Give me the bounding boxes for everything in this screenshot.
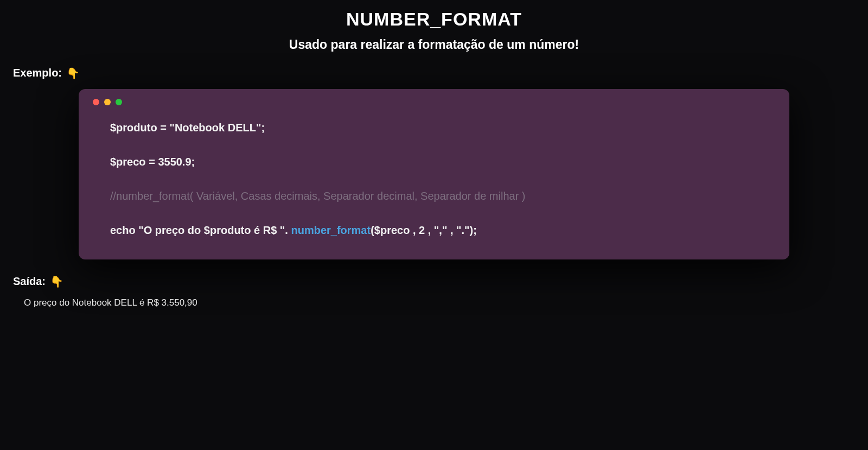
example-label: Exemplo: (13, 67, 62, 79)
code-fn-name: number_format (291, 224, 371, 236)
pointer-down-icon: 👇 (66, 67, 80, 80)
output-text: O preço do Notebook DELL é R$ 3.550,90 (0, 297, 868, 308)
code-body: $produto = "Notebook DELL"; $preco = 355… (92, 121, 776, 238)
pointer-down-icon: 👇 (50, 275, 63, 288)
code-comment: //number_format( Variável, Casas decimai… (110, 189, 776, 204)
code-echo-line: echo "O preço do $produto é R$ ". number… (110, 223, 776, 238)
code-echo-suffix: ($preco , 2 , "," , "."); (371, 224, 477, 236)
code-line-2: $preco = 3550.9; (110, 155, 776, 169)
window-traffic-lights (93, 99, 776, 105)
code-card: $produto = "Notebook DELL"; $preco = 355… (79, 89, 789, 259)
page-subtitle: Usado para realizar a formatação de um n… (0, 37, 868, 52)
page-title: NUMBER_FORMAT (0, 9, 868, 30)
output-label: Saída: (13, 275, 46, 288)
code-echo-prefix: echo "O preço do $produto é R$ ". (110, 224, 291, 236)
close-icon (93, 99, 99, 105)
maximize-icon (116, 99, 122, 105)
code-line-1: $produto = "Notebook DELL"; (110, 121, 776, 135)
output-label-row: Saída: 👇 (0, 275, 868, 288)
minimize-icon (104, 99, 111, 105)
example-label-row: Exemplo: 👇 (0, 66, 868, 79)
